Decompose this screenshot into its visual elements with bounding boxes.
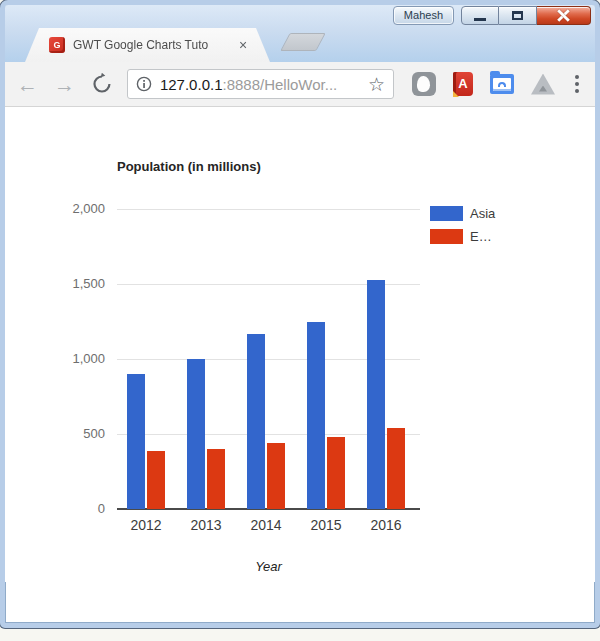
bar-asia-2015 bbox=[307, 322, 325, 510]
tab-strip: G GWT Google Charts Tuto × bbox=[5, 26, 595, 62]
bar-asia-2014 bbox=[247, 334, 265, 510]
bar-europe-2012 bbox=[147, 451, 165, 510]
new-tab-button[interactable] bbox=[280, 33, 326, 51]
refresh-button[interactable] bbox=[91, 73, 113, 95]
bookmark-star-icon[interactable]: ☆ bbox=[368, 75, 385, 94]
population-bar-chart: Population (in millions) Year 05001,0001… bbox=[5, 107, 595, 582]
address-bar[interactable]: 127.0.0.1:8888/HelloWor... ☆ bbox=[127, 69, 394, 99]
extension-webserver-icon[interactable] bbox=[490, 74, 514, 94]
tab-title: GWT Google Charts Tuto bbox=[73, 38, 233, 52]
minimize-button[interactable] bbox=[461, 6, 499, 25]
back-button[interactable]: ← bbox=[17, 74, 38, 95]
x-axis-tick-label: 2012 bbox=[116, 517, 176, 533]
y-axis-tick-label: 1,500 bbox=[5, 276, 105, 291]
chrome-menu-button[interactable] bbox=[571, 71, 583, 97]
desktop: Mahesh G GWT Google Charts Tuto bbox=[0, 0, 600, 641]
caption-buttons: Mahesh bbox=[393, 6, 591, 25]
extension-icons: A bbox=[412, 72, 555, 96]
chart-title: Population (in millions) bbox=[117, 159, 261, 174]
legend-label-asia: Asia bbox=[470, 206, 495, 221]
bar-europe-2014 bbox=[267, 443, 285, 509]
gauge-icon bbox=[498, 82, 506, 87]
url-path: :8888/HelloWor... bbox=[222, 76, 337, 93]
close-icon bbox=[557, 9, 570, 22]
x-axis-tick-label: 2014 bbox=[236, 517, 296, 533]
google-drive-icon[interactable] bbox=[531, 74, 555, 95]
url-host: 127.0.0.1 bbox=[160, 76, 223, 93]
extension-dictionary-icon[interactable]: A bbox=[453, 72, 473, 96]
y-axis-tick-label: 500 bbox=[5, 426, 105, 441]
browser-toolbar: ← → 127.0.0.1:8888/HelloWor... ☆ A bbox=[5, 62, 595, 107]
legend-swatch-asia bbox=[430, 206, 463, 221]
titlebar-and-tabstrip: Mahesh G GWT Google Charts Tuto bbox=[5, 5, 595, 62]
profile-button[interactable]: Mahesh bbox=[393, 6, 454, 25]
bar-asia-2013 bbox=[187, 359, 205, 509]
maximize-icon bbox=[512, 11, 523, 20]
x-axis-tick-label: 2013 bbox=[176, 517, 236, 533]
page-content: Population (in millions) Year 05001,0001… bbox=[5, 107, 595, 582]
bar-europe-2015 bbox=[327, 437, 345, 509]
x-axis-title: Year bbox=[117, 559, 420, 574]
page-info-icon[interactable] bbox=[136, 76, 152, 92]
legend-label-europe: E… bbox=[470, 229, 492, 244]
legend-swatch-europe bbox=[430, 229, 463, 244]
forward-button[interactable]: → bbox=[54, 74, 75, 95]
x-axis-tick-label: 2016 bbox=[356, 517, 416, 533]
gwt-favicon-icon: G bbox=[49, 37, 65, 53]
tab-close-icon[interactable]: × bbox=[239, 38, 247, 52]
tab-gwt-google-charts[interactable]: G GWT Google Charts Tuto × bbox=[25, 28, 270, 62]
gridline bbox=[117, 209, 420, 210]
y-axis-tick-label: 2,000 bbox=[5, 201, 105, 216]
maximize-button[interactable] bbox=[499, 6, 537, 25]
bar-asia-2016 bbox=[367, 280, 385, 510]
y-axis-tick-label: 0 bbox=[5, 501, 105, 516]
extension-shield-icon[interactable] bbox=[412, 72, 436, 96]
minimize-icon bbox=[474, 18, 486, 21]
y-axis-tick-label: 1,000 bbox=[5, 351, 105, 366]
bar-asia-2012 bbox=[127, 374, 145, 509]
bar-europe-2013 bbox=[207, 449, 225, 509]
x-axis-tick-label: 2015 bbox=[296, 517, 356, 533]
window-controls bbox=[461, 6, 591, 25]
close-button[interactable] bbox=[537, 6, 591, 25]
browser-window: Mahesh G GWT Google Charts Tuto bbox=[0, 0, 600, 628]
bar-europe-2016 bbox=[387, 428, 405, 509]
url-text: 127.0.0.1:8888/HelloWor... bbox=[160, 76, 364, 93]
